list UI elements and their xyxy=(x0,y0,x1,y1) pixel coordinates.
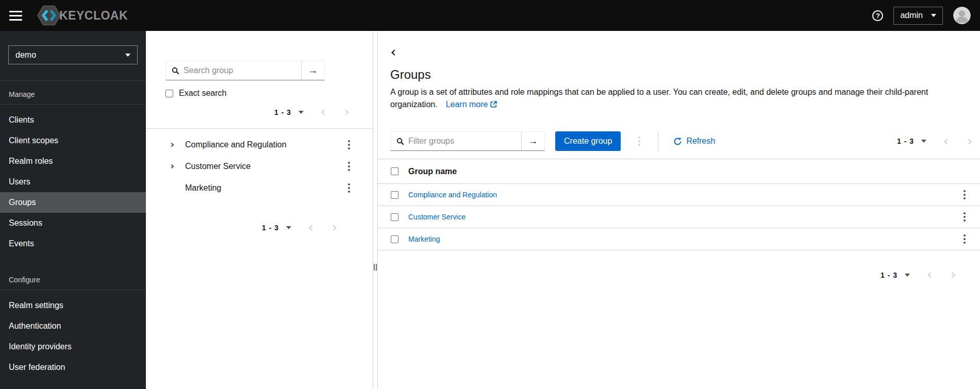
chevron-right-icon xyxy=(330,225,336,230)
sidebar-item-authentication[interactable]: Authentication xyxy=(0,316,146,336)
avatar[interactable] xyxy=(953,7,971,24)
keycloak-hexagon-icon xyxy=(37,5,61,26)
pagination-prev-button[interactable] xyxy=(308,222,316,233)
realm-selector-value: demo xyxy=(15,50,36,60)
exact-search-label: Exact search xyxy=(179,89,226,98)
external-link-icon xyxy=(490,101,497,108)
group-link[interactable]: Compliance and Regulation xyxy=(408,191,497,199)
sidebar-item-sessions[interactable]: Sessions xyxy=(0,213,146,233)
kebab-menu-button[interactable] xyxy=(344,159,354,174)
pagination-next-button[interactable] xyxy=(948,269,956,281)
sidebar-item-users[interactable]: Users xyxy=(0,172,146,192)
nav-toggle-button[interactable] xyxy=(8,9,23,23)
caret-down-icon xyxy=(921,140,926,143)
expand-toggle-button[interactable] xyxy=(170,165,176,168)
chevron-left-icon xyxy=(391,49,397,55)
table-pagination-bottom: 1 - 3 xyxy=(378,269,980,281)
sidebar-item-realm-settings[interactable]: Realm settings xyxy=(0,295,146,316)
group-link[interactable]: Marketing xyxy=(408,235,440,243)
user-menu-dropdown[interactable]: admin xyxy=(893,7,943,25)
grip-icon xyxy=(374,264,377,270)
pagination-prev-button[interactable] xyxy=(320,106,328,118)
user-menu-label: admin xyxy=(900,11,923,20)
group-search-box: → xyxy=(165,61,325,80)
divider xyxy=(658,131,658,151)
pagination-menu-toggle[interactable]: 1 - 3 xyxy=(262,223,291,233)
kebab-menu-button[interactable] xyxy=(959,188,970,202)
pagination-range: 1 - 3 xyxy=(274,108,291,116)
caret-down-icon xyxy=(905,274,910,277)
column-header-group-name: Group name xyxy=(408,167,457,176)
arrow-right-icon: → xyxy=(528,136,538,147)
table-pagination-top: 1 - 3 xyxy=(897,136,973,147)
row-checkbox[interactable] xyxy=(391,235,398,243)
learn-more-link[interactable]: Learn more xyxy=(446,100,497,109)
caret-down-icon xyxy=(931,14,936,17)
filter-submit-button[interactable]: → xyxy=(521,132,544,150)
refresh-icon xyxy=(674,138,682,145)
nav-section-title: Manage xyxy=(0,81,146,104)
tree-item: Marketing xyxy=(146,177,373,199)
toolbar-kebab-menu[interactable] xyxy=(634,134,644,148)
refresh-label: Refresh xyxy=(686,137,715,146)
chevron-left-icon xyxy=(309,225,314,230)
pagination-next-button[interactable] xyxy=(342,106,350,118)
collapse-tree-button[interactable] xyxy=(389,46,400,58)
pagination-menu-toggle[interactable]: 1 - 3 xyxy=(897,136,926,146)
row-checkbox[interactable] xyxy=(391,213,398,221)
expand-toggle-button[interactable] xyxy=(170,143,176,146)
sidebar-item-client-scopes[interactable]: Client scopes xyxy=(0,130,146,151)
panel-resize-handle[interactable] xyxy=(373,31,378,389)
create-group-button[interactable]: Create group xyxy=(555,131,621,151)
table-row: Marketing xyxy=(378,228,980,250)
sidebar: demo Manage Clients Client scopes Realm … xyxy=(0,31,146,389)
caret-down-icon xyxy=(286,226,291,229)
brand-wordmark: KEYCLOAK xyxy=(59,9,128,23)
arrow-right-icon: → xyxy=(308,65,318,76)
tree-pagination-top: 1 - 3 xyxy=(146,106,373,118)
chevron-right-icon xyxy=(966,139,971,144)
pagination-next-button[interactable] xyxy=(965,136,973,147)
masthead-actions: ? admin xyxy=(872,7,971,25)
divider xyxy=(146,128,373,129)
sidebar-item-realm-roles[interactable]: Realm roles xyxy=(0,151,146,172)
help-button[interactable]: ? xyxy=(872,10,883,21)
kebab-menu-button[interactable] xyxy=(959,232,970,246)
sidebar-item-events[interactable]: Events xyxy=(0,233,146,254)
pagination-range: 1 - 3 xyxy=(881,271,898,279)
filter-groups-box: → xyxy=(390,131,545,151)
tree-item-label[interactable]: Compliance and Regulation xyxy=(185,140,287,149)
kebab-menu-button[interactable] xyxy=(959,210,970,224)
search-group-input[interactable] xyxy=(180,66,301,75)
search-submit-button[interactable]: → xyxy=(301,61,324,80)
filter-groups-input[interactable] xyxy=(405,137,521,146)
group-link[interactable]: Customer Service xyxy=(408,213,466,221)
kebab-menu-button[interactable] xyxy=(344,181,354,195)
exact-search-checkbox[interactable] xyxy=(165,90,173,97)
pagination-menu-toggle[interactable]: 1 - 3 xyxy=(881,270,910,280)
kebab-menu-button[interactable] xyxy=(344,138,354,152)
tree-pagination-bottom: 1 - 3 xyxy=(146,222,373,233)
group-tree: Compliance and Regulation Customer Servi… xyxy=(146,134,373,199)
sidebar-item-groups[interactable]: Groups xyxy=(0,192,146,213)
row-checkbox[interactable] xyxy=(391,191,398,199)
pagination-prev-button[interactable] xyxy=(943,136,951,147)
pagination-next-button[interactable] xyxy=(329,222,338,233)
sidebar-item-identity-providers[interactable]: Identity providers xyxy=(0,336,146,357)
pagination-menu-toggle[interactable]: 1 - 3 xyxy=(274,107,304,117)
keycloak-logo: KEYCLOAK xyxy=(37,5,128,26)
table-row: Compliance and Regulation xyxy=(378,184,980,206)
sidebar-item-user-federation[interactable]: User federation xyxy=(0,357,146,378)
sidebar-item-clients[interactable]: Clients xyxy=(0,110,146,130)
keycloak-admin-console: KEYCLOAK ? admin demo xyxy=(0,0,980,389)
tree-item-label[interactable]: Customer Service xyxy=(185,162,251,171)
pagination-prev-button[interactable] xyxy=(926,269,935,281)
tree-item-label[interactable]: Marketing xyxy=(185,183,221,193)
groups-tree-panel: → Exact search 1 - 3 Compliance an xyxy=(146,31,373,389)
chevron-right-icon xyxy=(170,164,174,168)
search-icon xyxy=(391,138,405,145)
groups-main-panel: Groups A group is a set of attributes an… xyxy=(378,31,980,389)
select-all-checkbox[interactable] xyxy=(391,167,398,175)
refresh-button[interactable]: Refresh xyxy=(674,137,715,146)
realm-selector[interactable]: demo xyxy=(8,45,138,64)
